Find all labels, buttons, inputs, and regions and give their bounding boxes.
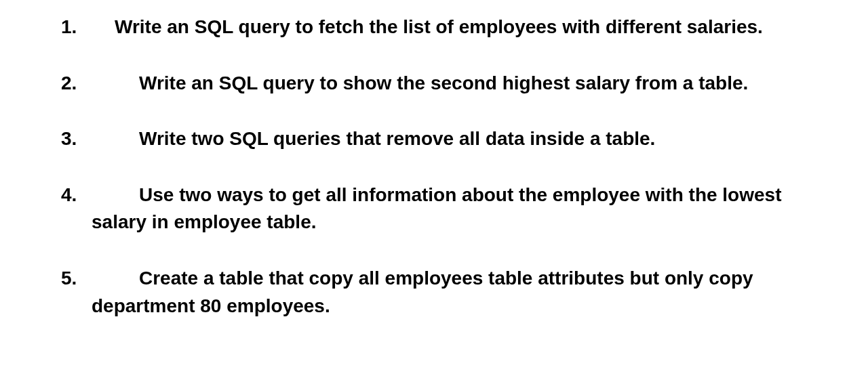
- question-number: 1.: [61, 14, 77, 41]
- question-number: 2.: [61, 70, 77, 98]
- question-number: 4.: [61, 182, 77, 209]
- question-item: 2. Write an SQL query to show the second…: [61, 70, 807, 98]
- question-item: 3. Write two SQL queries that remove all…: [61, 125, 807, 153]
- question-item: 4. Use two ways to get all information a…: [61, 182, 807, 236]
- question-number: 3.: [61, 125, 77, 153]
- question-number: 5.: [61, 265, 77, 293]
- question-item: 1. Write an SQL query to fetch the list …: [61, 14, 807, 41]
- question-text: Write two SQL queries that remove all da…: [92, 125, 807, 153]
- question-text: Use two ways to get all information abou…: [92, 182, 807, 236]
- question-text: Write an SQL query to show the second hi…: [92, 70, 807, 98]
- question-text: Write an SQL query to fetch the list of …: [92, 14, 807, 41]
- question-item: 5. Create a table that copy all employee…: [61, 265, 807, 320]
- question-text: Create a table that copy all employees t…: [92, 265, 807, 320]
- question-list: 1. Write an SQL query to fetch the list …: [61, 14, 807, 320]
